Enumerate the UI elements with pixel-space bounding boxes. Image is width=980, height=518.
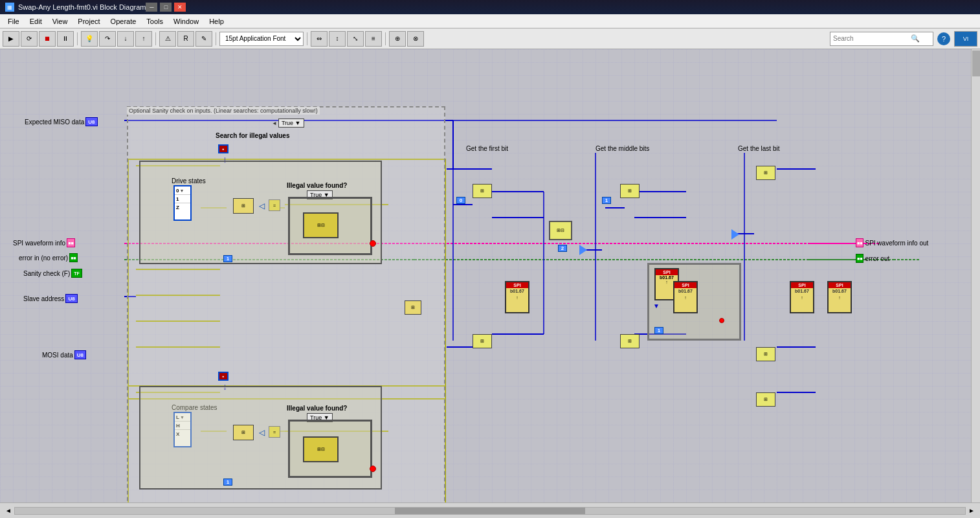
connector-2: ⊞ bbox=[233, 425, 254, 440]
maximize-button[interactable]: □ bbox=[160, 3, 172, 12]
error-dot-bottom bbox=[370, 466, 376, 472]
spi-block-first[interactable]: SPI b01.67 ↑ bbox=[505, 281, 529, 313]
case-inner-block-top: ⊞⊟ bbox=[303, 212, 339, 238]
menu-operate[interactable]: Operate bbox=[106, 16, 142, 27]
last-bit-label: Get the last bit bbox=[738, 145, 779, 152]
search-input[interactable] bbox=[833, 35, 911, 42]
sanity-terminal: TF bbox=[71, 269, 82, 278]
abort-button[interactable]: ⏹ bbox=[39, 31, 56, 47]
font-selector[interactable]: 15pt Application Font bbox=[219, 32, 304, 46]
spi-block-out[interactable]: SPI b01.67 ↑ bbox=[827, 281, 852, 313]
junction-1: ⊞ bbox=[405, 300, 421, 315]
input-sanity: Sanity check (F) TF bbox=[23, 269, 82, 278]
titlebar: ▦ Swap-Any Length-fmt0.vi Block Diagram … bbox=[0, 0, 980, 14]
equal-block-top: = bbox=[269, 199, 280, 211]
input-miso: Expected MISO data U8 bbox=[25, 117, 98, 126]
scroll-left-btn[interactable]: ◄ bbox=[5, 507, 12, 514]
toolbar: ▶ ⟳ ⏹ ⏸ 💡 ↷ ↓ ↑ ⚠ R ✎ 15pt Application F… bbox=[0, 28, 980, 49]
run-button[interactable]: ▶ bbox=[3, 31, 19, 47]
const-node-bottom: ▪ bbox=[218, 372, 228, 381]
clean-button[interactable]: ✎ bbox=[195, 31, 212, 47]
output-spi-terminal: ■■ bbox=[856, 238, 863, 247]
search-label: Search for illegal values bbox=[216, 132, 290, 139]
last-block-2: ⊞ bbox=[756, 347, 775, 361]
scrollbar-thumb[interactable] bbox=[972, 51, 980, 76]
highlight-button[interactable]: 💡 bbox=[81, 31, 98, 47]
error-terminal: ■■ bbox=[69, 253, 77, 262]
sanity-label: Sanity check (F) bbox=[23, 270, 70, 277]
slave-label: Slave address bbox=[23, 295, 64, 302]
retain-button[interactable]: R bbox=[177, 31, 194, 47]
miso-terminal: U8 bbox=[85, 117, 97, 126]
first-block-2: ⊞ bbox=[473, 334, 492, 348]
vertical-scrollbar[interactable] bbox=[971, 49, 980, 502]
close-button[interactable]: ✕ bbox=[174, 3, 186, 12]
drive-states-label: Drive states bbox=[172, 177, 206, 185]
menubar: File Edit View Project Operate Tools Win… bbox=[0, 14, 980, 28]
align-button[interactable]: ⇔ bbox=[311, 31, 328, 47]
menu-window[interactable]: Window bbox=[168, 16, 204, 27]
statusbar: ◄ ► bbox=[0, 502, 980, 518]
separator-4 bbox=[307, 32, 307, 45]
illegal-label-top: Illegal value found? bbox=[287, 182, 347, 189]
menu-file[interactable]: File bbox=[3, 16, 25, 27]
search-icon[interactable]: 🔍 bbox=[911, 34, 920, 43]
step-into-button[interactable]: ↓ bbox=[117, 31, 134, 47]
tri-right-2 bbox=[731, 229, 739, 240]
horizontal-scrollbar[interactable] bbox=[14, 507, 966, 515]
separator-2 bbox=[155, 32, 156, 45]
compare-arrow-top: ◁ bbox=[259, 201, 265, 210]
middle-block-1: ⊞⊟ bbox=[549, 221, 572, 240]
run-cont-button[interactable]: ⟳ bbox=[21, 31, 38, 47]
error-dot-middle bbox=[719, 318, 724, 323]
true-selector-top[interactable]: ◄ True ▼ bbox=[272, 118, 304, 128]
num-badge-1-top: 1 bbox=[223, 255, 232, 262]
window-controls[interactable]: ─ □ ✕ bbox=[146, 3, 186, 12]
output-spi-label: SPI waveform info out bbox=[865, 240, 928, 247]
compare-arrow-bottom: ◁ bbox=[259, 428, 265, 437]
menu-project[interactable]: Project bbox=[72, 16, 105, 27]
minimize-button[interactable]: ─ bbox=[146, 3, 157, 12]
help-button[interactable]: ? bbox=[937, 32, 950, 45]
slave-terminal: U8 bbox=[65, 294, 77, 303]
menu-view[interactable]: View bbox=[47, 16, 73, 27]
two-badge: 2 bbox=[558, 245, 567, 252]
illegal-label-bottom: Illegal value found? bbox=[287, 405, 347, 412]
input-error: error in (no error) ■■ bbox=[19, 253, 78, 262]
connector-1: ⊞ bbox=[233, 198, 254, 214]
spi-label: SPI waveform info bbox=[13, 240, 65, 247]
spi-block-last[interactable]: SPI b01.67 ↑ bbox=[790, 281, 814, 313]
menu-tools[interactable]: Tools bbox=[141, 16, 168, 27]
middle-bits-label: Get the middle bits bbox=[596, 145, 649, 152]
scroll-right-btn[interactable]: ► bbox=[968, 507, 975, 514]
const-node-top: ▪ bbox=[218, 144, 228, 153]
reorder-button[interactable]: ≡ bbox=[365, 31, 382, 47]
menu-help[interactable]: Help bbox=[204, 16, 229, 27]
search-container: 🔍 bbox=[830, 32, 933, 46]
vi-icon: VI bbox=[954, 31, 977, 47]
spi-block-middle[interactable]: SPI b01.67 ↑ bbox=[673, 281, 698, 313]
step-over-button[interactable]: ↷ bbox=[99, 31, 116, 47]
output-error: ■■ error out bbox=[856, 254, 889, 263]
pause-button[interactable]: ⏸ bbox=[57, 31, 74, 47]
error-dot-top bbox=[370, 240, 376, 247]
dist-button[interactable]: ↕ bbox=[329, 31, 346, 47]
extra2-button[interactable]: ⊗ bbox=[407, 31, 424, 47]
menu-edit[interactable]: Edit bbox=[25, 16, 47, 27]
true-dropdown-top[interactable]: True ▼ bbox=[278, 118, 304, 128]
middle-block-2: ⊞ bbox=[620, 184, 640, 198]
output-error-terminal: ■■ bbox=[856, 254, 863, 263]
warn-button[interactable]: ⚠ bbox=[159, 31, 176, 47]
output-error-label: error out bbox=[865, 255, 889, 262]
drive-states-control[interactable]: 0 ▼ 1 Z bbox=[173, 185, 192, 221]
spi-terminal: ■■ bbox=[67, 238, 74, 247]
step-out-button[interactable]: ↑ bbox=[135, 31, 152, 47]
hscrollbar-thumb[interactable] bbox=[395, 508, 585, 514]
miso-label: Expected MISO data bbox=[25, 118, 84, 126]
resize-button[interactable]: ⤡ bbox=[347, 31, 364, 47]
canvas-area[interactable]: Optional Sanity check on inputs. (Linear… bbox=[0, 49, 980, 502]
input-spi: SPI waveform info ■■ bbox=[13, 238, 75, 247]
mosi-terminal: U8 bbox=[74, 350, 86, 359]
one-badge: 1 bbox=[602, 197, 611, 204]
extra1-button[interactable]: ⊕ bbox=[389, 31, 406, 47]
